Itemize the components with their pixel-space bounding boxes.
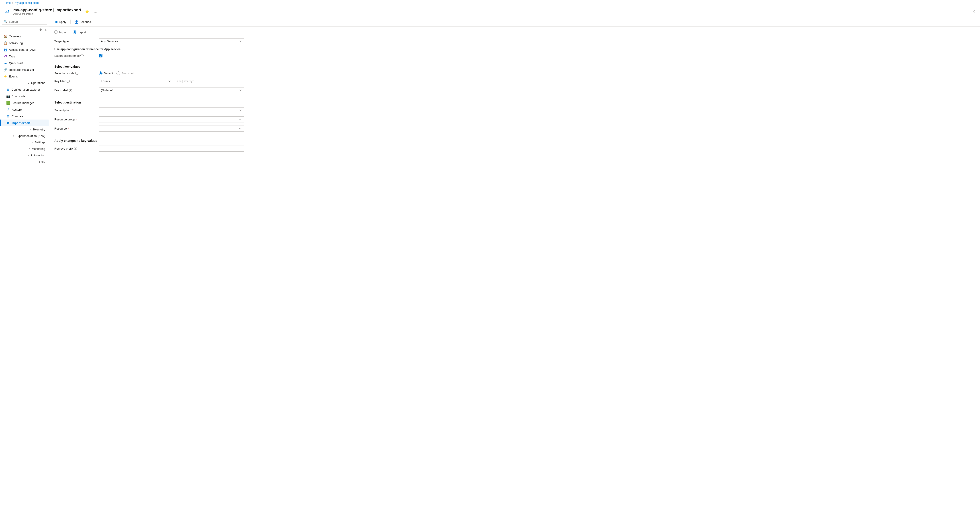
sidebar-item-settings[interactable]: › Settings	[0, 139, 49, 146]
sidebar-item-monitoring[interactable]: › Monitoring	[0, 146, 49, 152]
more-options-button[interactable]: ...	[93, 9, 97, 14]
sidebar-item-automation[interactable]: › Automation	[0, 152, 49, 159]
sidebar: 🔍 ⚙ « 🏠 Overview 📋 Activity log 👥 Access…	[0, 17, 49, 522]
export-as-reference-info-icon[interactable]: i	[80, 54, 84, 57]
import-radio-option[interactable]: Import	[54, 30, 67, 34]
subscription-control	[99, 107, 244, 113]
page-subtitle: App Configuration	[13, 13, 81, 15]
apply-button[interactable]: ▣ Apply	[52, 19, 68, 25]
sidebar-item-access-control[interactable]: 👥 Access control (IAM)	[0, 46, 49, 53]
resource-label: Resource *	[54, 127, 99, 130]
export-radio-option[interactable]: Export	[73, 30, 86, 34]
resource-group-row: Resource group *	[54, 116, 244, 122]
selection-mode-label: Selection mode i	[54, 72, 99, 75]
import-label: Import	[59, 30, 67, 34]
quick-start-icon: ☁	[3, 61, 7, 65]
sidebar-item-import-export[interactable]: ⇄ Import/export	[0, 119, 49, 126]
sidebar-item-help[interactable]: › Help	[0, 159, 49, 165]
selection-mode-snapshot-label: Snapshot	[121, 72, 134, 75]
selection-mode-default-radio[interactable]	[99, 71, 102, 75]
sidebar-item-events[interactable]: ⚡ Events	[0, 73, 49, 80]
resource-group-label: Resource group *	[54, 118, 99, 121]
from-label-row: From label i (No label) Production Stagi…	[54, 87, 244, 93]
remove-prefix-info-icon[interactable]: i	[74, 147, 77, 150]
activity-log-icon: 📋	[3, 41, 7, 45]
sidebar-item-snapshots[interactable]: 📷 Snapshots	[0, 93, 49, 100]
resource-group-control	[99, 116, 244, 122]
select-destination-title: Select destination	[54, 101, 244, 104]
breadcrumb-resource[interactable]: my-app-config-store	[15, 2, 39, 5]
sidebar-item-activity-log[interactable]: 📋 Activity log	[0, 40, 49, 46]
export-radio[interactable]	[73, 30, 76, 34]
key-filter-operator-select[interactable]: Equals Starts with	[99, 78, 173, 84]
key-filter-control: Equals Starts with	[99, 78, 244, 84]
key-filter-value-input[interactable]	[175, 78, 244, 84]
import-radio[interactable]	[54, 30, 58, 34]
target-type-select[interactable]: App Services App Configuration Azure Kub…	[99, 38, 244, 44]
page-icon: ⇄	[3, 8, 11, 15]
selection-mode-snapshot-radio[interactable]	[116, 71, 120, 75]
remove-prefix-control	[99, 146, 244, 152]
sidebar-item-compare[interactable]: ⊟ Compare	[0, 113, 49, 119]
resource-group-select[interactable]	[99, 116, 244, 122]
sidebar-item-label-help: Help	[39, 160, 45, 163]
header-left: ⇄ my-app-config-store | Import/export Ap…	[3, 8, 97, 15]
remove-prefix-input[interactable]	[99, 146, 244, 152]
restore-icon: ↺	[6, 108, 10, 111]
target-type-row: Target type App Services App Configurati…	[54, 38, 244, 44]
subscription-select[interactable]	[99, 107, 244, 113]
selection-mode-options: Default Snapshot	[99, 71, 244, 75]
sidebar-item-operations[interactable]: ∨ Operations	[0, 80, 49, 86]
search-input[interactable]	[9, 20, 45, 23]
sidebar-item-label-import-export: Import/export	[11, 121, 30, 125]
sidebar-item-experimentation[interactable]: › Experimentation (New)	[0, 133, 49, 139]
apply-label: Apply	[59, 20, 66, 24]
import-export-radio-group: Import Export	[54, 30, 244, 34]
search-input-wrap[interactable]: 🔍	[2, 19, 47, 24]
sidebar-item-telemetry[interactable]: › Telemetry	[0, 126, 49, 133]
sidebar-item-label-events: Events	[9, 75, 18, 78]
sidebar-item-feature-manager[interactable]: 🟩 Feature manager	[0, 100, 49, 106]
export-as-reference-checkbox[interactable]	[99, 54, 102, 57]
sidebar-item-overview[interactable]: 🏠 Overview	[0, 33, 49, 40]
selection-mode-snapshot-option[interactable]: Snapshot	[116, 71, 134, 75]
divider-1	[54, 61, 244, 61]
sidebar-item-label-settings: Settings	[35, 141, 45, 144]
export-as-reference-control	[99, 54, 244, 57]
feedback-button[interactable]: 👤 Feedback	[72, 19, 95, 25]
sidebar-item-configuration-explorer[interactable]: ⊞ Configuration explorer	[0, 86, 49, 93]
key-filter-inputs: Equals Starts with	[99, 78, 244, 84]
selection-mode-default-option[interactable]: Default	[99, 71, 113, 75]
resource-select[interactable]	[99, 125, 244, 132]
from-label-select[interactable]: (No label) Production Staging	[99, 87, 244, 93]
favorite-button[interactable]: ⭐	[84, 8, 90, 14]
selection-mode-info-icon[interactable]: i	[75, 72, 78, 75]
resource-visualizer-icon: 🔗	[3, 68, 7, 71]
from-label-control: (No label) Production Staging	[99, 87, 244, 93]
sidebar-item-tags[interactable]: 🏷 Tags	[0, 53, 49, 60]
tags-icon: 🏷	[3, 54, 7, 58]
apply-icon: ▣	[55, 20, 58, 24]
key-filter-row: Key filter i Equals Starts with	[54, 78, 244, 84]
toolbar: ▣ Apply 👤 Feedback	[49, 17, 980, 27]
sidebar-item-restore[interactable]: ↺ Restore	[0, 106, 49, 113]
close-button[interactable]: ✕	[971, 8, 977, 15]
breadcrumb-home[interactable]: Home	[3, 2, 11, 5]
sidebar-item-resource-visualizer[interactable]: 🔗 Resource visualizer	[0, 66, 49, 73]
sidebar-settings-icon[interactable]: ⚙	[39, 27, 43, 32]
sidebar-collapse-icon[interactable]: «	[45, 27, 47, 32]
operations-chevron: ∨	[28, 82, 29, 84]
sidebar-item-label-monitoring: Monitoring	[32, 147, 45, 151]
access-control-icon: 👥	[3, 48, 7, 51]
selection-mode-row: Selection mode i Default Snapshot	[54, 71, 244, 75]
key-filter-info-icon[interactable]: i	[67, 80, 70, 83]
sidebar-item-label-compare: Compare	[11, 115, 23, 118]
sidebar-item-quick-start[interactable]: ☁ Quick start	[0, 60, 49, 66]
snapshots-icon: 📷	[6, 94, 10, 98]
form-content: Import Export Target type App Services A…	[49, 27, 250, 158]
title-group: my-app-config-store | Import/export App …	[13, 8, 81, 15]
sidebar-item-label-telemetry: Telemetry	[33, 128, 45, 131]
from-label-info-icon[interactable]: i	[69, 89, 72, 92]
export-as-reference-row: Export as reference i	[54, 54, 244, 57]
monitoring-chevron: ›	[29, 148, 30, 150]
